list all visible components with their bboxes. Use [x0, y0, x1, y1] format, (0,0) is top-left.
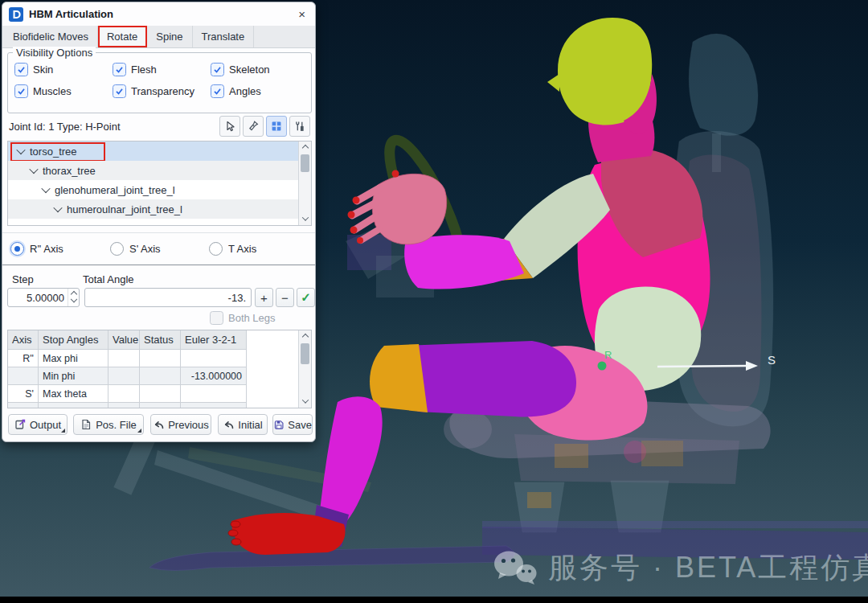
stop-angles-table: Axis Stop Angles Value Status Euler 3-2-… [7, 330, 312, 408]
tree-item-thorax-tree[interactable]: thorax_tree [8, 161, 299, 180]
group-legend: Visibility Options [13, 47, 96, 59]
tree-item-glenohumeral[interactable]: glenohumeral_joint_tree_l [8, 180, 299, 199]
radio-t-axis[interactable]: T Axis [209, 242, 256, 256]
scrollbar-thumb[interactable] [301, 343, 309, 364]
pos-file-button[interactable]: Pos. File [73, 414, 144, 435]
tab-biofidelic-moves[interactable]: Biofidelic Moves [4, 26, 98, 47]
checkbox-angles[interactable]: Angles [211, 84, 303, 98]
apply-button[interactable]: ✓ [297, 288, 315, 307]
app-icon [9, 7, 23, 22]
close-icon[interactable]: × [295, 8, 309, 20]
checkbox-checked-icon [14, 63, 28, 76]
increment-button[interactable]: + [255, 288, 273, 307]
initial-button[interactable]: Initial [218, 414, 268, 435]
checkbox-muscles[interactable]: Muscles [14, 84, 113, 98]
step-spinner[interactable] [68, 289, 80, 306]
tab-spine[interactable]: Spine [147, 26, 192, 47]
joint-info-row: Joint Id: 1 Type: H-Point [9, 115, 310, 137]
titlebar[interactable]: HBM Articulation × [2, 2, 315, 27]
chevron-down-icon[interactable] [65, 223, 74, 226]
tree-scrollbar[interactable] [298, 142, 311, 225]
scroll-down-icon[interactable] [299, 213, 311, 224]
export-icon [14, 419, 26, 430]
scroll-up-icon[interactable] [299, 142, 311, 154]
table-cell[interactable]: Max phi [39, 350, 108, 367]
chevron-down-icon[interactable] [29, 165, 38, 174]
visibility-options-group: Visibility Options Skin Flesh Skeleton M… [7, 52, 312, 113]
table-cell[interactable]: Max theta [39, 385, 108, 403]
previous-button[interactable]: Previous [150, 414, 211, 435]
table-cell[interactable] [8, 403, 39, 408]
axis-s-label: S [768, 353, 776, 367]
tab-translate[interactable]: Translate [193, 26, 255, 47]
checkbox-checked-icon [211, 84, 224, 98]
axis-radio-group: R'' Axis S' Axis T Axis [10, 242, 310, 258]
table-cell[interactable]: -13.000000 [181, 367, 247, 385]
joint-id-label: Joint Id: 1 Type: H-Point [9, 121, 121, 133]
table-cell[interactable] [108, 403, 140, 408]
spin-down-icon[interactable] [71, 295, 77, 302]
table-cell[interactable] [140, 350, 181, 367]
table-cell[interactable]: 5.000000 [181, 403, 247, 408]
total-angle-input[interactable] [84, 288, 252, 307]
table-cell[interactable] [140, 403, 181, 408]
table-cell[interactable]: Min phi [39, 367, 108, 385]
table-cell[interactable] [140, 385, 181, 403]
table-cell[interactable]: R'' [8, 350, 39, 367]
table-cell[interactable]: Min theta [39, 403, 108, 408]
axis-r-label: R [604, 349, 612, 361]
table-cell[interactable] [181, 385, 247, 403]
seat-pivot [624, 441, 646, 463]
joint-tree: torso_tree thorax_tree glenohumeral_join… [7, 141, 312, 226]
tab-rotate[interactable]: Rotate [98, 26, 147, 47]
table-cell[interactable] [181, 350, 247, 367]
table-cell-filler [247, 385, 298, 403]
table-cell[interactable] [108, 350, 140, 367]
chevron-down-icon[interactable] [53, 203, 62, 212]
divider [2, 265, 315, 265]
tree-item-radiocarpal[interactable]: radiocarpal_joint_tree_l [8, 219, 299, 226]
highlight-button[interactable] [243, 116, 264, 137]
cushion-lip [444, 410, 492, 449]
checkbox-unchecked-icon [210, 311, 223, 325]
radio-r-axis[interactable]: R'' Axis [10, 242, 63, 256]
checkbox-transparency[interactable]: Transparency [113, 84, 211, 98]
pointer-select-button[interactable] [219, 116, 240, 137]
hpoint-marker [598, 362, 607, 371]
save-button[interactable]: Save [272, 414, 313, 435]
toe-3 [231, 539, 241, 545]
menu-corner-icon [61, 429, 65, 433]
watermark-text: 服务号 · BETA工程仿真系统 [548, 548, 868, 588]
table-cell-filler [247, 350, 298, 367]
tree-item-torso-tree[interactable]: torso_tree [8, 142, 299, 161]
scroll-down-icon[interactable] [299, 396, 311, 407]
radio-s-axis[interactable]: S' Axis [110, 242, 161, 256]
checkbox-checked-icon [113, 63, 126, 76]
output-button[interactable]: Output [8, 414, 68, 435]
checkbox-flesh[interactable]: Flesh [113, 63, 211, 76]
chevron-down-icon[interactable] [41, 184, 50, 193]
undo-icon [223, 419, 234, 430]
settings-tools-button[interactable] [289, 116, 310, 137]
screenshot-root: R S 服务号 · BETA工程仿真系统 HBM [0, 0, 868, 603]
col-header-value: Value [108, 330, 140, 350]
table-cell-filler [247, 367, 298, 385]
table-cell[interactable] [8, 367, 39, 385]
table-cell[interactable] [108, 385, 140, 403]
seat-bracket-orange-1 [555, 444, 588, 468]
tree-item-humeroulnar[interactable]: humeroulnar_joint_tree_l [8, 199, 299, 219]
checkbox-skeleton[interactable]: Skeleton [211, 63, 303, 76]
both-legs-checkbox[interactable]: Both Legs [210, 311, 276, 325]
annotation-red-box [10, 142, 105, 162]
scroll-up-icon[interactable] [299, 331, 311, 343]
grid-view-button[interactable] [266, 116, 287, 137]
seat-leg-bracket [527, 492, 551, 508]
table-cell[interactable] [140, 367, 181, 385]
scrollbar-thumb[interactable] [301, 154, 309, 172]
table-cell[interactable]: S' [8, 385, 39, 403]
checkbox-skin[interactable]: Skin [14, 63, 113, 76]
table-scrollbar[interactable] [298, 330, 311, 408]
decrement-button[interactable]: − [276, 288, 294, 307]
table-cell[interactable] [108, 367, 140, 385]
col-header-stop-angles: Stop Angles [39, 330, 108, 350]
